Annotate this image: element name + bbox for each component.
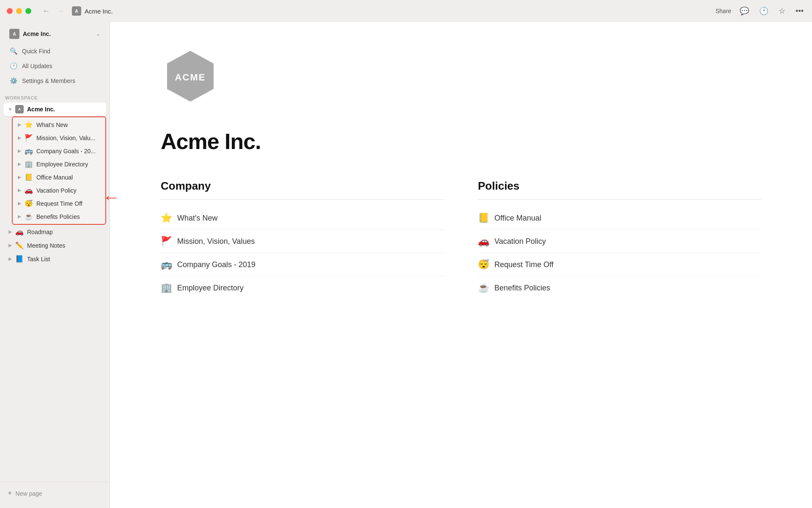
forward-button[interactable]: →	[54, 5, 67, 17]
link-label: Benefits Policies	[494, 284, 550, 293]
chevron-right-icon: ▶	[16, 148, 23, 155]
comment-button[interactable]: 💬	[738, 5, 751, 17]
sections-row: Company ⭐ What's New 🚩 Mission, Vision, …	[161, 179, 761, 299]
subpage-group: ▶ ⭐ What's New ▶ 🚩 Mission, Vision, Valu…	[12, 116, 106, 225]
link-label: What's New	[177, 214, 217, 223]
chevron-right-icon: ▶	[7, 242, 14, 249]
svg-text:ACME: ACME	[175, 72, 206, 83]
bus-emoji: 🚌	[161, 259, 172, 270]
pencil-icon: ✏️	[15, 241, 24, 249]
sidebar-item-quick-find[interactable]: 🔍 Quick Find	[5, 44, 104, 58]
chevron-right-icon: ▶	[16, 174, 23, 181]
titlebar-title: Acme Inc.	[85, 8, 113, 15]
sidebar-item-label: All Updates	[22, 63, 52, 69]
sidebar-item-label: Roadmap	[27, 229, 53, 235]
more-button[interactable]: •••	[794, 5, 805, 17]
sidebar-item-all-updates[interactable]: 🕐 All Updates	[5, 59, 104, 73]
minimize-button[interactable]	[16, 8, 22, 14]
root-page-label: Acme Inc.	[27, 106, 55, 113]
sidebar-item-company-goals[interactable]: ▶ 🚌 Company Goals - 20...	[13, 144, 105, 157]
sidebar-item-label: Office Manual	[36, 174, 73, 181]
new-page-label: New page	[16, 490, 42, 497]
new-page-button[interactable]: + New page	[5, 486, 104, 501]
book-icon: 📘	[15, 255, 24, 263]
link-label: Office Manual	[494, 214, 541, 223]
fullscreen-button[interactable]	[25, 8, 31, 14]
policy-link-benefits-policies[interactable]: ☕ Benefits Policies	[478, 276, 761, 299]
sidebar-item-label: Benefits Policies	[36, 213, 80, 220]
sidebar-root-page[interactable]: ▼ A Acme Inc.	[3, 102, 106, 116]
building-icon: 🏢	[25, 160, 33, 168]
car-icon: 🚗	[25, 186, 33, 194]
sidebar-bottom: + New page	[0, 482, 110, 508]
history-button[interactable]: 🕐	[757, 5, 770, 17]
arrow-indicator: ←	[102, 187, 120, 207]
chevron-right-icon: ▶	[16, 187, 23, 194]
workspace-icon: A	[9, 29, 19, 39]
company-link-mission[interactable]: 🚩 Mission, Vision, Values	[161, 230, 444, 253]
sleepy-emoji: 😴	[478, 259, 489, 270]
clock-icon: 🕐	[9, 62, 18, 70]
close-button[interactable]	[7, 8, 13, 14]
policies-section: Policies 📒 Office Manual 🚗 Vacation Poli…	[478, 179, 761, 299]
flag-emoji: 🚩	[161, 236, 172, 247]
sidebar-item-vacation-policy[interactable]: ▶ 🚗 Vacation Policy	[13, 184, 105, 197]
sidebar-item-meeting-notes[interactable]: ▶ ✏️ Meeting Notes	[3, 239, 106, 252]
sidebar-item-label: Company Goals - 20...	[36, 148, 96, 155]
star-icon: ⭐	[25, 121, 33, 129]
company-links: ⭐ What's New 🚩 Mission, Vision, Values 🚌…	[161, 207, 444, 299]
workspace-section-label: WORKSPACE	[0, 92, 110, 102]
company-divider	[161, 199, 444, 200]
plus-icon: +	[8, 489, 12, 498]
sidebar-item-task-list[interactable]: ▶ 📘 Task List	[3, 252, 106, 265]
titlebar: ← → A Acme Inc. Share 💬 🕐 ☆ •••	[0, 0, 812, 22]
policy-link-vacation-policy[interactable]: 🚗 Vacation Policy	[478, 230, 761, 253]
traffic-lights	[7, 8, 31, 14]
chevron-right-icon: ▶	[16, 135, 23, 141]
company-link-whats-new[interactable]: ⭐ What's New	[161, 207, 444, 230]
titlebar-actions: Share 💬 🕐 ☆ •••	[716, 5, 805, 17]
car-emoji: 🚗	[478, 236, 489, 247]
sidebar-item-label: Mission, Vision, Valu...	[36, 135, 96, 141]
star-emoji: ⭐	[161, 213, 172, 224]
sidebar-item-settings[interactable]: ⚙️ Settings & Members	[5, 74, 104, 88]
sidebar-item-label: Request Time Off	[36, 200, 82, 207]
coffee-emoji: ☕	[478, 282, 489, 293]
main-content: ACME Acme Inc. Company ⭐ What's New 🚩 Mi…	[110, 22, 812, 508]
chevron-right-icon: ▶	[7, 256, 14, 262]
policy-link-office-manual[interactable]: 📒 Office Manual	[478, 207, 761, 230]
sidebar-item-label: Task List	[27, 256, 50, 262]
policy-link-request-time-off[interactable]: 😴 Request Time Off	[478, 253, 761, 276]
company-link-company-goals[interactable]: 🚌 Company Goals - 2019	[161, 253, 444, 276]
sidebar-item-label: Employee Directory	[36, 161, 88, 168]
chevron-down-icon: ▼	[7, 106, 14, 113]
sidebar-item-employee-directory[interactable]: ▶ 🏢 Employee Directory	[13, 157, 105, 171]
sidebar-item-office-manual[interactable]: ▶ 📒 Office Manual	[13, 171, 105, 184]
workspace-chevron-icon: ⌄	[96, 31, 100, 37]
gear-icon: ⚙️	[9, 77, 18, 85]
share-button[interactable]: Share	[716, 8, 731, 14]
page-logo: ACME	[161, 47, 761, 108]
link-label: Mission, Vision, Values	[177, 237, 255, 246]
titlebar-workspace-icon: A	[72, 6, 81, 16]
app-body: A Acme Inc. ⌄ 🔍 Quick Find 🕐 All Updates…	[0, 22, 812, 508]
sidebar-item-label: Settings & Members	[22, 77, 75, 84]
sidebar-item-label: Quick Find	[22, 48, 50, 55]
sidebar-item-request-time-off[interactable]: ▶ 😴 Request Time Off	[13, 197, 105, 210]
company-section: Company ⭐ What's New 🚩 Mission, Vision, …	[161, 179, 444, 299]
company-link-employee-directory[interactable]: 🏢 Employee Directory	[161, 276, 444, 299]
roadmap-icon: 🚗	[15, 228, 24, 236]
sidebar-item-benefits-policies[interactable]: ▶ ☕ Benefits Policies	[13, 210, 105, 223]
favorite-button[interactable]: ☆	[777, 5, 787, 17]
workspace-header[interactable]: A Acme Inc. ⌄	[5, 25, 104, 42]
sidebar-item-whats-new[interactable]: ▶ ⭐ What's New	[13, 118, 105, 131]
sidebar-pages: ▼ A Acme Inc. ▶ ⭐ What's New ▶ 🚩 Mission…	[0, 102, 110, 478]
notebook-emoji: 📒	[478, 213, 489, 224]
sidebar-item-mission[interactable]: ▶ 🚩 Mission, Vision, Valu...	[13, 131, 105, 144]
chevron-right-icon: ▶	[16, 121, 23, 128]
sidebar-item-roadmap[interactable]: ▶ 🚗 Roadmap	[3, 225, 106, 238]
flag-icon: 🚩	[25, 134, 33, 142]
bus-icon: 🚌	[25, 147, 33, 155]
back-button[interactable]: ←	[40, 5, 52, 17]
building-emoji: 🏢	[161, 282, 172, 293]
